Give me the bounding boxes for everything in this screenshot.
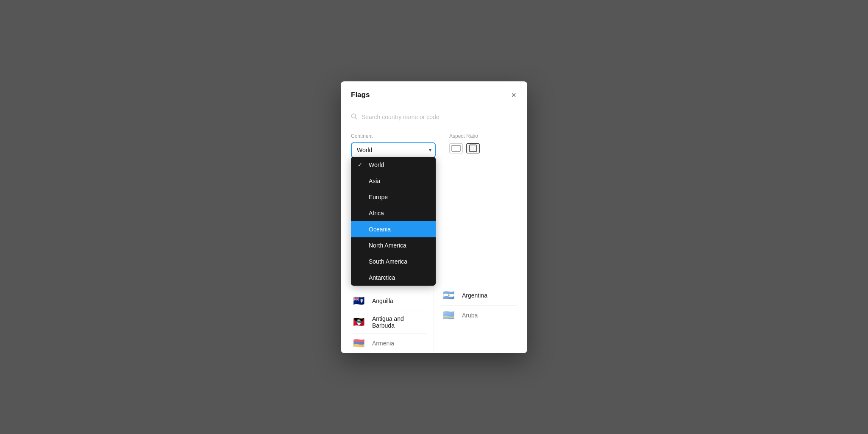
flag-anguilla: 🇦🇮	[351, 295, 366, 306]
dropdown-item-label: South America	[369, 258, 407, 265]
continent-dropdown: ✓ World Asia Europe Africa Oceania North…	[351, 157, 436, 286]
continent-label: Continent	[351, 133, 436, 139]
search-box	[351, 113, 517, 121]
check-icon: ✓	[358, 161, 364, 168]
list-item: 🇦🇼 Aruba	[441, 306, 517, 325]
modal-header: Flags ×	[341, 81, 527, 107]
dropdown-item-label: Africa	[369, 210, 384, 217]
wide-ratio-button[interactable]	[449, 143, 463, 153]
search-icon	[351, 113, 357, 121]
country-name: Anguilla	[372, 298, 393, 304]
country-name: Antigua and Barbuda	[372, 315, 427, 329]
search-input[interactable]	[362, 114, 517, 120]
dropdown-item-world[interactable]: ✓ World	[351, 157, 436, 173]
close-button[interactable]: ×	[510, 90, 517, 100]
dropdown-item-label: Oceania	[369, 226, 391, 233]
list-item: 🇦🇬 Antigua and Barbuda	[351, 311, 427, 334]
dropdown-item-south-america[interactable]: South America	[351, 253, 436, 270]
aspect-ratio-group: Aspect Ratio	[449, 133, 480, 153]
flag-armenia: 🇦🇲	[351, 338, 366, 349]
flag-antigua: 🇦🇬	[351, 317, 366, 328]
search-area	[341, 107, 527, 127]
modal-title: Flags	[351, 91, 370, 99]
list-item: 🇦🇷 Argentina	[441, 286, 517, 306]
countries-right-col: 🇦🇷 Argentina 🇦🇼 Aruba	[434, 231, 517, 353]
flag-argentina: 🇦🇷	[441, 290, 456, 301]
svg-rect-3	[470, 145, 476, 152]
dropdown-item-label: Antarctica	[369, 274, 395, 281]
dropdown-item-label: Asia	[369, 178, 380, 184]
svg-rect-2	[452, 145, 460, 151]
continent-group: Continent World Asia Europe Africa Ocean…	[351, 133, 436, 158]
flags-modal: Flags × Continent World Asia Europe Af	[341, 81, 527, 353]
dropdown-item-north-america[interactable]: North America	[351, 237, 436, 253]
dropdown-item-label: World	[369, 161, 384, 168]
dropdown-item-antarctica[interactable]: Antarctica	[351, 270, 436, 286]
dropdown-item-label: North America	[369, 242, 406, 249]
aspect-ratio-label: Aspect Ratio	[449, 133, 480, 139]
dropdown-item-label: Europe	[369, 194, 388, 200]
dropdown-item-europe[interactable]: Europe	[351, 189, 436, 205]
dropdown-item-oceania[interactable]: Oceania	[351, 221, 436, 237]
continent-select-wrapper: World Asia Europe Africa Oceania North A…	[351, 142, 436, 158]
aspect-ratio-buttons	[449, 143, 480, 153]
continent-select[interactable]: World Asia Europe Africa Oceania North A…	[351, 142, 436, 158]
dropdown-item-asia[interactable]: Asia	[351, 173, 436, 189]
svg-line-1	[356, 117, 357, 119]
list-item: 🇦🇮 Anguilla	[351, 291, 427, 311]
country-name: Aruba	[462, 312, 478, 319]
country-name: Armenia	[372, 340, 394, 347]
square-ratio-button[interactable]	[466, 143, 480, 153]
country-name: Argentina	[462, 292, 487, 299]
dropdown-item-africa[interactable]: Africa	[351, 205, 436, 221]
list-item: 🇦🇲 Armenia	[351, 334, 427, 353]
flag-aruba: 🇦🇼	[441, 310, 456, 321]
